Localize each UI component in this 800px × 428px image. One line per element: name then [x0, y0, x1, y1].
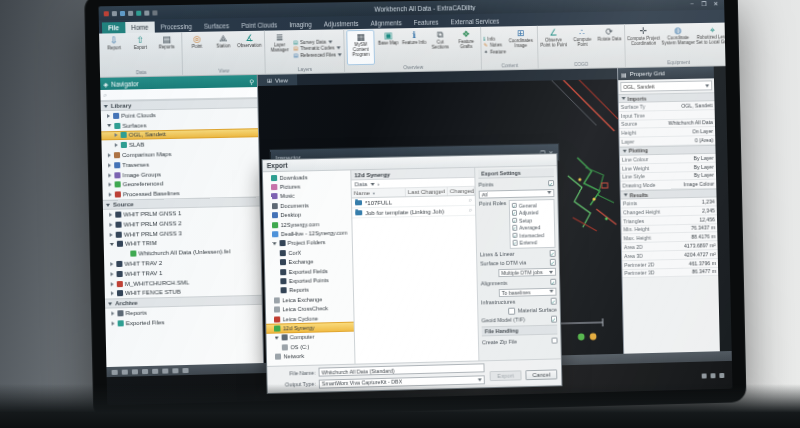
- surface-setting[interactable]: Surface to DTM via✓: [480, 259, 556, 267]
- compute-project-coordination-button[interactable]: ✛Compute Project Coordination: [626, 25, 660, 60]
- checkbox-checked[interactable]: ✓: [550, 278, 557, 285]
- status-tool-icon[interactable]: [172, 368, 178, 373]
- report-button[interactable]: ⇩Report: [101, 34, 127, 70]
- point-role-label: Averaged: [519, 224, 540, 230]
- checkbox-checked[interactable]: ✓: [550, 298, 557, 305]
- feature-grafts-button[interactable]: ❖Feature Grafts: [453, 28, 479, 63]
- checkbox-checked[interactable]: ✓: [549, 259, 556, 266]
- observe-point-to-point-button[interactable]: ∠Observe Point to Point: [539, 26, 568, 61]
- system-tray[interactable]: [702, 372, 725, 378]
- checkbox-checked[interactable]: ✓: [511, 203, 517, 209]
- snap-buttons[interactable]: [578, 333, 597, 340]
- feature-info-button[interactable]: ℹFeature Info: [401, 29, 427, 64]
- checkbox-checked[interactable]: ✓: [512, 240, 518, 246]
- points-filter-dropdown[interactable]: All: [479, 189, 555, 199]
- robotized-level-button[interactable]: ⌖Robotized Level Set to Local Grid: [696, 23, 726, 58]
- status-tool-icon[interactable]: [182, 367, 188, 372]
- compute-point-button[interactable]: ∴Compute Point: [568, 26, 596, 61]
- point-role-option[interactable]: ✓ Adjusted: [512, 209, 552, 216]
- cancel-button[interactable]: Cancel: [525, 369, 557, 380]
- tab-imaging[interactable]: Imaging: [283, 19, 318, 31]
- reports-button[interactable]: ▤Reports: [154, 33, 180, 69]
- geoid-model-setting[interactable]: Geoid Model (TIF)✓: [481, 316, 557, 324]
- thematic-codes-menu[interactable]: ▤Thematic Codes: [293, 45, 341, 51]
- status-tool-icon[interactable]: [142, 369, 148, 374]
- station-button[interactable]: ⟁Station: [210, 32, 236, 68]
- checkbox-checked[interactable]: ✓: [512, 225, 518, 231]
- close-button[interactable]: ✕: [712, 0, 719, 6]
- minimize-button[interactable]: –: [689, 0, 696, 7]
- export-confirm-button[interactable]: Export: [490, 370, 522, 381]
- property-selector[interactable]: OGL, Sandett: [620, 80, 712, 92]
- tab-file[interactable]: File: [102, 22, 125, 33]
- notes-button[interactable]: ✎Notes: [484, 42, 506, 47]
- checkbox-unchecked[interactable]: [551, 337, 558, 344]
- point-button[interactable]: ◎Point: [184, 33, 210, 69]
- pin-icon[interactable]: ⚲: [249, 78, 254, 85]
- collapse-icon: [624, 194, 628, 197]
- status-tool-icon[interactable]: [112, 369, 118, 374]
- tray-icon[interactable]: [710, 373, 715, 378]
- survey-data-menu[interactable]: ▤Survey Data: [293, 39, 341, 45]
- surface-dropdown[interactable]: Multiple DTM jobs: [498, 268, 556, 277]
- status-tool-icon[interactable]: [152, 368, 158, 373]
- tab-surfaces[interactable]: Surfaces: [198, 20, 235, 32]
- column-last-changed-by[interactable]: Last Changed By▼: [406, 187, 448, 196]
- tab-alignments[interactable]: Alignments: [364, 17, 407, 29]
- layer-manager-button[interactable]: ≣Layer Manager: [267, 31, 293, 67]
- point-role-option[interactable]: ✓ Setup: [512, 217, 552, 224]
- tray-icon[interactable]: [702, 373, 707, 378]
- tab-plan-view[interactable]: ⊞View: [258, 74, 297, 86]
- checkbox-checked[interactable]: ✓: [512, 218, 518, 224]
- base-map-button[interactable]: ▣Base Map: [375, 29, 401, 64]
- tab-features[interactable]: Features: [408, 16, 445, 28]
- alignments-dropdown[interactable]: To baselines: [499, 287, 557, 296]
- export-icon: ⇧: [136, 35, 144, 45]
- lines-setting[interactable]: Lines & Linear✓: [480, 250, 556, 258]
- referenced-files-menu[interactable]: ▤Referenced Files: [293, 52, 341, 58]
- column-name[interactable]: Name▼: [352, 188, 406, 197]
- status-tool-icon[interactable]: [132, 369, 138, 374]
- tab-processing[interactable]: Processing: [154, 21, 198, 33]
- export-button[interactable]: ⇧Export: [128, 34, 154, 70]
- file-row[interactable]: Job for template (Linking Job)⌕: [352, 206, 475, 219]
- property-row[interactable]: Perimeter 3D 86.3477 m: [622, 267, 718, 278]
- feature-button[interactable]: ✦Feature: [484, 49, 506, 54]
- create-zip-setting[interactable]: Create Zip File: [482, 337, 558, 345]
- checkbox-checked[interactable]: ✓: [548, 180, 555, 187]
- infrastructures-setting[interactable]: Infrastructures✓: [481, 298, 557, 306]
- checkbox-checked[interactable]: ✓: [551, 316, 558, 323]
- tab-point-clouds[interactable]: Point Clouds: [235, 19, 283, 31]
- status-tool-icon[interactable]: [122, 369, 128, 374]
- observation-button[interactable]: ∡Observation: [237, 32, 263, 68]
- quick-access-toolbar[interactable]: [104, 10, 158, 16]
- point-role-option[interactable]: ✓ General: [511, 202, 551, 209]
- tree-item-network[interactable]: Network: [267, 350, 355, 362]
- tab-adjustments[interactable]: Adjustments: [318, 18, 365, 30]
- point-role-option[interactable]: ✓ Entered: [512, 239, 552, 246]
- rotate-data-button[interactable]: ⟳Rotate Data: [597, 25, 622, 60]
- info-button[interactable]: ℹInfo: [483, 36, 505, 41]
- maximize-button[interactable]: ❐: [700, 0, 707, 7]
- tab-home[interactable]: Home: [125, 22, 154, 34]
- content-program-button[interactable]: ▦MySM Content Program: [346, 30, 375, 66]
- column-changed-date[interactable]: Changed Da: [448, 187, 475, 196]
- checkbox-checked[interactable]: ✓: [512, 210, 518, 216]
- checkbox-unchecked[interactable]: [508, 308, 515, 315]
- coordinates-image-button[interactable]: ⊞Coordinates Image: [507, 27, 536, 62]
- checkbox-checked[interactable]: ✓: [549, 250, 556, 257]
- filter-icon[interactable]: ▼: [372, 190, 376, 195]
- material-surface-option[interactable]: Material Surface: [481, 307, 557, 315]
- alignments-setting[interactable]: Alignments✓: [481, 278, 557, 286]
- output-type-select[interactable]: SmartWorx Viva CaptureKit - DBX: [319, 375, 485, 388]
- point-role-option[interactable]: ✓ Intersected: [512, 231, 552, 238]
- undo-icon: [120, 10, 125, 15]
- property-grid-header: ▤ Property Grid: [618, 66, 714, 80]
- coordinate-system-manager-button[interactable]: ◍Coordinate System Manager: [661, 24, 695, 59]
- tray-icon[interactable]: [719, 372, 724, 377]
- points-setting[interactable]: Points✓: [478, 180, 554, 188]
- checkbox-checked[interactable]: ✓: [512, 233, 518, 239]
- point-role-option[interactable]: ✓ Averaged: [512, 224, 552, 231]
- status-tool-icon[interactable]: [162, 368, 168, 373]
- cut-sections-button[interactable]: ⧉Cut Sections: [427, 28, 453, 63]
